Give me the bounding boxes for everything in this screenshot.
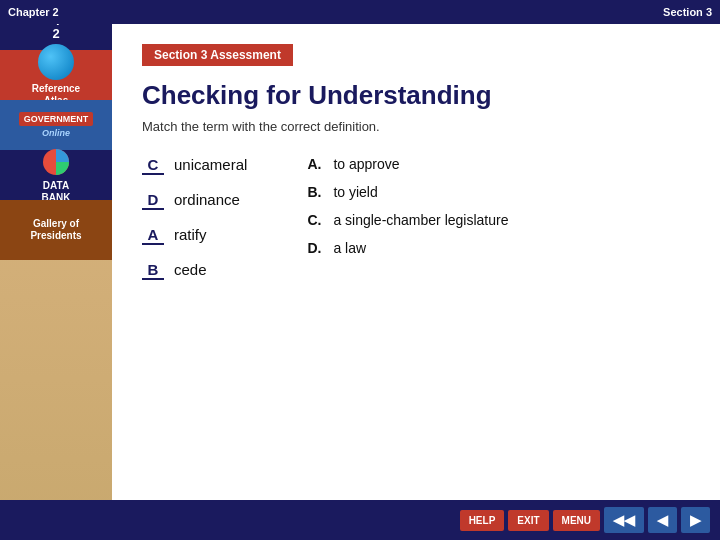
match-item-1: C unicameral <box>142 156 247 175</box>
def-letter-b: B. <box>307 184 325 200</box>
section-label: Section 3 <box>663 6 720 18</box>
govt-badge: GOVERNMENT <box>19 112 94 126</box>
definition-c: C. a single-chamber legislature <box>307 212 508 228</box>
next-button[interactable]: ▶ <box>681 507 710 533</box>
match-container: C unicameral D ordinance A ratify B cede… <box>142 156 690 280</box>
definition-d: D. a law <box>307 240 508 256</box>
terms-list: C unicameral D ordinance A ratify B cede <box>142 156 247 280</box>
def-text-a: to approve <box>333 156 399 172</box>
answer-2: D <box>142 191 164 210</box>
assessment-badge: Section 3 Assessment <box>142 44 293 66</box>
match-item-2: D ordinance <box>142 191 247 210</box>
globe-icon <box>38 44 74 80</box>
sidebar-item-government-online[interactable]: GOVERNMENT Online <box>0 100 112 150</box>
chapter-label: Chapter 2 <box>0 6 59 18</box>
def-letter-d: D. <box>307 240 325 256</box>
sidebar-item-govt-label: Online <box>42 128 70 139</box>
definition-a: A. to approve <box>307 156 508 172</box>
menu-button[interactable]: MENU <box>553 510 600 531</box>
def-text-d: a law <box>333 240 366 256</box>
term-2: ordinance <box>174 191 240 208</box>
prev-button[interactable]: ◀ <box>648 507 677 533</box>
match-item-3: A ratify <box>142 226 247 245</box>
term-1: unicameral <box>174 156 247 173</box>
def-text-b: to yield <box>333 184 377 200</box>
sidebar-item-gallery-label: Gallery ofPresidents <box>30 218 81 242</box>
answer-1: C <box>142 156 164 175</box>
help-button[interactable]: HELP <box>460 510 505 531</box>
definition-b: B. to yield <box>307 184 508 200</box>
sidebar-item-data-bank[interactable]: DATABANK <box>0 150 112 200</box>
pie-chart-icon <box>41 147 71 177</box>
answer-4: B <box>142 261 164 280</box>
sidebar: Chapter2 ReferenceAtlas GOVERNMENT Onlin… <box>0 0 112 500</box>
sidebar-item-reference-atlas[interactable]: ReferenceAtlas <box>0 50 112 100</box>
match-item-4: B cede <box>142 261 247 280</box>
exit-button[interactable]: EXIT <box>508 510 548 531</box>
def-letter-a: A. <box>307 156 325 172</box>
answer-3: A <box>142 226 164 245</box>
main-content: Section 3 Assessment Checking for Unders… <box>112 24 720 504</box>
page-title: Checking for Understanding <box>142 80 690 111</box>
prev-prev-button[interactable]: ◀◀ <box>604 507 644 533</box>
definitions-list: A. to approve B. to yield C. a single-ch… <box>307 156 508 280</box>
instruction-text: Match the term with the correct definiti… <box>142 119 690 134</box>
bottom-nav-bar: HELP EXIT MENU ◀◀ ◀ ▶ <box>0 500 720 540</box>
term-4: cede <box>174 261 207 278</box>
def-letter-c: C. <box>307 212 325 228</box>
def-text-c: a single-chamber legislature <box>333 212 508 228</box>
term-3: ratify <box>174 226 207 243</box>
top-bar: Chapter 2 Section 3 <box>0 0 720 24</box>
sidebar-item-gallery-presidents[interactable]: Gallery ofPresidents <box>0 200 112 260</box>
